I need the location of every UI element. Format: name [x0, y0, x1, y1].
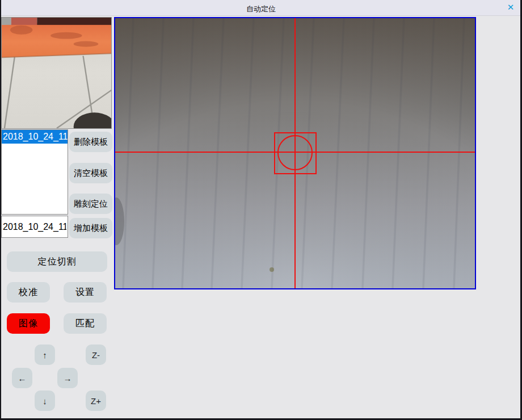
- jog-left-button[interactable]: ←: [12, 368, 32, 388]
- auto-position-window: 自动定位 ✕: [0, 0, 522, 420]
- jog-right-button[interactable]: →: [57, 368, 78, 388]
- add-template-button[interactable]: 增加模板: [69, 218, 112, 238]
- delete-template-button[interactable]: 删除模板: [69, 132, 112, 152]
- jog-up-button[interactable]: ↑: [35, 345, 55, 365]
- clear-templates-button[interactable]: 清空模板: [69, 163, 112, 183]
- calibrate-button[interactable]: 校准: [7, 282, 50, 303]
- arrow-down-icon: ↓: [43, 396, 47, 406]
- template-list[interactable]: 2018_10_24_11: [1, 129, 68, 215]
- z-plus-button[interactable]: Z+: [86, 390, 106, 411]
- arrow-left-icon: ←: [18, 373, 27, 383]
- jog-down-button[interactable]: ↓: [35, 390, 55, 411]
- template-thumbnail[interactable]: [1, 17, 112, 129]
- titlebar: 自动定位 ✕: [0, 0, 522, 16]
- match-button[interactable]: 匹配: [64, 313, 107, 334]
- z-minus-button[interactable]: Z-: [86, 345, 106, 365]
- image-button[interactable]: 图像: [7, 313, 50, 334]
- camera-view[interactable]: [114, 17, 476, 289]
- close-icon[interactable]: ✕: [506, 2, 516, 12]
- settings-button[interactable]: 设置: [64, 282, 107, 303]
- thumbnail-image: [2, 18, 111, 128]
- position-cut-button[interactable]: 定位切割: [7, 251, 107, 272]
- engrave-position-button[interactable]: 雕刻定位: [69, 194, 112, 214]
- arrow-up-icon: ↑: [43, 350, 47, 360]
- window-title: 自动定位: [0, 4, 522, 14]
- template-name-input[interactable]: [1, 216, 68, 238]
- arrow-right-icon: →: [64, 373, 72, 383]
- template-list-item[interactable]: 2018_10_24_11: [2, 130, 68, 144]
- camera-feed: [115, 18, 475, 288]
